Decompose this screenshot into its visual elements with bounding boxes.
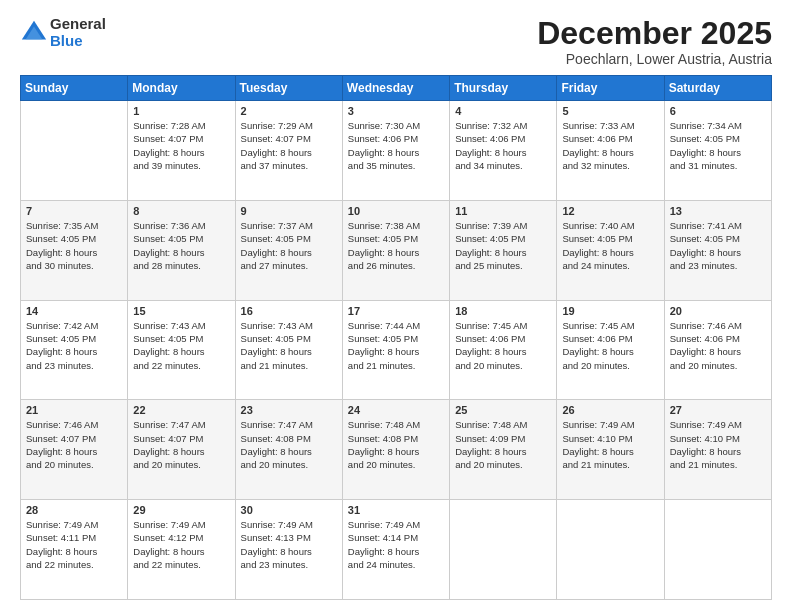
day-cell-20: 20Sunrise: 7:46 AM Sunset: 4:06 PM Dayli…: [664, 300, 771, 400]
day-number: 11: [455, 205, 551, 217]
day-cell-28: 28Sunrise: 7:49 AM Sunset: 4:11 PM Dayli…: [21, 500, 128, 600]
day-info: Sunrise: 7:46 AM Sunset: 4:07 PM Dayligh…: [26, 418, 122, 471]
week-row-4: 21Sunrise: 7:46 AM Sunset: 4:07 PM Dayli…: [21, 400, 772, 500]
day-number: 3: [348, 105, 444, 117]
day-info: Sunrise: 7:38 AM Sunset: 4:05 PM Dayligh…: [348, 219, 444, 272]
day-number: 31: [348, 504, 444, 516]
day-info: Sunrise: 7:28 AM Sunset: 4:07 PM Dayligh…: [133, 119, 229, 172]
day-info: Sunrise: 7:49 AM Sunset: 4:11 PM Dayligh…: [26, 518, 122, 571]
day-cell-23: 23Sunrise: 7:47 AM Sunset: 4:08 PM Dayli…: [235, 400, 342, 500]
day-number: 13: [670, 205, 766, 217]
day-info: Sunrise: 7:35 AM Sunset: 4:05 PM Dayligh…: [26, 219, 122, 272]
day-number: 18: [455, 305, 551, 317]
day-info: Sunrise: 7:45 AM Sunset: 4:06 PM Dayligh…: [455, 319, 551, 372]
day-cell-11: 11Sunrise: 7:39 AM Sunset: 4:05 PM Dayli…: [450, 200, 557, 300]
day-number: 25: [455, 404, 551, 416]
weekday-header-saturday: Saturday: [664, 76, 771, 101]
day-number: 21: [26, 404, 122, 416]
logo: General Blue: [20, 16, 106, 49]
day-cell-7: 7Sunrise: 7:35 AM Sunset: 4:05 PM Daylig…: [21, 200, 128, 300]
day-info: Sunrise: 7:49 AM Sunset: 4:14 PM Dayligh…: [348, 518, 444, 571]
day-info: Sunrise: 7:49 AM Sunset: 4:13 PM Dayligh…: [241, 518, 337, 571]
day-cell-24: 24Sunrise: 7:48 AM Sunset: 4:08 PM Dayli…: [342, 400, 449, 500]
day-cell-18: 18Sunrise: 7:45 AM Sunset: 4:06 PM Dayli…: [450, 300, 557, 400]
day-info: Sunrise: 7:29 AM Sunset: 4:07 PM Dayligh…: [241, 119, 337, 172]
location: Poechlarn, Lower Austria, Austria: [537, 51, 772, 67]
header: General Blue December 2025 Poechlarn, Lo…: [20, 16, 772, 67]
empty-cell: [21, 101, 128, 201]
day-number: 4: [455, 105, 551, 117]
day-cell-27: 27Sunrise: 7:49 AM Sunset: 4:10 PM Dayli…: [664, 400, 771, 500]
day-cell-9: 9Sunrise: 7:37 AM Sunset: 4:05 PM Daylig…: [235, 200, 342, 300]
day-number: 14: [26, 305, 122, 317]
day-info: Sunrise: 7:39 AM Sunset: 4:05 PM Dayligh…: [455, 219, 551, 272]
day-number: 16: [241, 305, 337, 317]
day-number: 26: [562, 404, 658, 416]
day-number: 17: [348, 305, 444, 317]
logo-general-text: General: [50, 16, 106, 33]
day-number: 19: [562, 305, 658, 317]
day-cell-17: 17Sunrise: 7:44 AM Sunset: 4:05 PM Dayli…: [342, 300, 449, 400]
day-number: 15: [133, 305, 229, 317]
weekday-header-row: SundayMondayTuesdayWednesdayThursdayFrid…: [21, 76, 772, 101]
day-info: Sunrise: 7:43 AM Sunset: 4:05 PM Dayligh…: [241, 319, 337, 372]
day-number: 22: [133, 404, 229, 416]
day-number: 20: [670, 305, 766, 317]
day-info: Sunrise: 7:47 AM Sunset: 4:08 PM Dayligh…: [241, 418, 337, 471]
day-info: Sunrise: 7:33 AM Sunset: 4:06 PM Dayligh…: [562, 119, 658, 172]
month-title: December 2025: [537, 16, 772, 51]
day-cell-19: 19Sunrise: 7:45 AM Sunset: 4:06 PM Dayli…: [557, 300, 664, 400]
day-cell-14: 14Sunrise: 7:42 AM Sunset: 4:05 PM Dayli…: [21, 300, 128, 400]
empty-cell: [664, 500, 771, 600]
day-info: Sunrise: 7:34 AM Sunset: 4:05 PM Dayligh…: [670, 119, 766, 172]
weekday-header-thursday: Thursday: [450, 76, 557, 101]
logo-blue-text: Blue: [50, 33, 106, 50]
day-cell-25: 25Sunrise: 7:48 AM Sunset: 4:09 PM Dayli…: [450, 400, 557, 500]
day-number: 24: [348, 404, 444, 416]
day-info: Sunrise: 7:43 AM Sunset: 4:05 PM Dayligh…: [133, 319, 229, 372]
day-number: 29: [133, 504, 229, 516]
weekday-header-monday: Monday: [128, 76, 235, 101]
week-row-2: 7Sunrise: 7:35 AM Sunset: 4:05 PM Daylig…: [21, 200, 772, 300]
weekday-header-friday: Friday: [557, 76, 664, 101]
day-cell-6: 6Sunrise: 7:34 AM Sunset: 4:05 PM Daylig…: [664, 101, 771, 201]
weekday-header-wednesday: Wednesday: [342, 76, 449, 101]
day-number: 9: [241, 205, 337, 217]
day-number: 28: [26, 504, 122, 516]
day-cell-5: 5Sunrise: 7:33 AM Sunset: 4:06 PM Daylig…: [557, 101, 664, 201]
calendar-table: SundayMondayTuesdayWednesdayThursdayFrid…: [20, 75, 772, 600]
day-number: 1: [133, 105, 229, 117]
day-info: Sunrise: 7:44 AM Sunset: 4:05 PM Dayligh…: [348, 319, 444, 372]
day-info: Sunrise: 7:40 AM Sunset: 4:05 PM Dayligh…: [562, 219, 658, 272]
day-number: 30: [241, 504, 337, 516]
title-area: December 2025 Poechlarn, Lower Austria, …: [537, 16, 772, 67]
day-cell-12: 12Sunrise: 7:40 AM Sunset: 4:05 PM Dayli…: [557, 200, 664, 300]
week-row-5: 28Sunrise: 7:49 AM Sunset: 4:11 PM Dayli…: [21, 500, 772, 600]
day-number: 10: [348, 205, 444, 217]
day-cell-26: 26Sunrise: 7:49 AM Sunset: 4:10 PM Dayli…: [557, 400, 664, 500]
empty-cell: [557, 500, 664, 600]
day-cell-15: 15Sunrise: 7:43 AM Sunset: 4:05 PM Dayli…: [128, 300, 235, 400]
day-info: Sunrise: 7:49 AM Sunset: 4:10 PM Dayligh…: [670, 418, 766, 471]
day-cell-1: 1Sunrise: 7:28 AM Sunset: 4:07 PM Daylig…: [128, 101, 235, 201]
day-info: Sunrise: 7:48 AM Sunset: 4:09 PM Dayligh…: [455, 418, 551, 471]
day-number: 7: [26, 205, 122, 217]
day-cell-10: 10Sunrise: 7:38 AM Sunset: 4:05 PM Dayli…: [342, 200, 449, 300]
day-number: 27: [670, 404, 766, 416]
day-info: Sunrise: 7:37 AM Sunset: 4:05 PM Dayligh…: [241, 219, 337, 272]
day-info: Sunrise: 7:49 AM Sunset: 4:10 PM Dayligh…: [562, 418, 658, 471]
day-number: 6: [670, 105, 766, 117]
day-cell-3: 3Sunrise: 7:30 AM Sunset: 4:06 PM Daylig…: [342, 101, 449, 201]
day-number: 23: [241, 404, 337, 416]
week-row-3: 14Sunrise: 7:42 AM Sunset: 4:05 PM Dayli…: [21, 300, 772, 400]
day-cell-22: 22Sunrise: 7:47 AM Sunset: 4:07 PM Dayli…: [128, 400, 235, 500]
day-info: Sunrise: 7:49 AM Sunset: 4:12 PM Dayligh…: [133, 518, 229, 571]
empty-cell: [450, 500, 557, 600]
day-cell-31: 31Sunrise: 7:49 AM Sunset: 4:14 PM Dayli…: [342, 500, 449, 600]
day-info: Sunrise: 7:48 AM Sunset: 4:08 PM Dayligh…: [348, 418, 444, 471]
logo-text: General Blue: [50, 16, 106, 49]
day-info: Sunrise: 7:42 AM Sunset: 4:05 PM Dayligh…: [26, 319, 122, 372]
day-cell-16: 16Sunrise: 7:43 AM Sunset: 4:05 PM Dayli…: [235, 300, 342, 400]
day-info: Sunrise: 7:41 AM Sunset: 4:05 PM Dayligh…: [670, 219, 766, 272]
day-number: 5: [562, 105, 658, 117]
